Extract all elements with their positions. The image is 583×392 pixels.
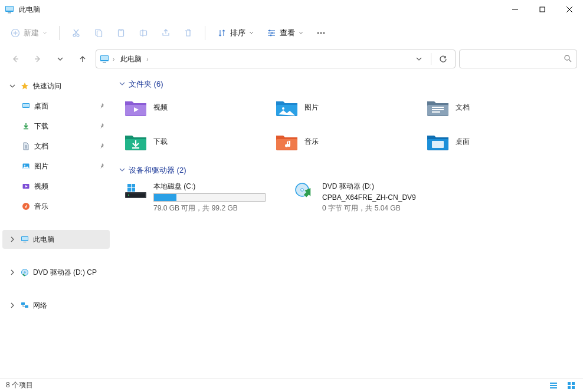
this-pc-icon [100,54,109,64]
svg-rect-53 [21,302,25,305]
chevron-right-icon[interactable] [8,302,17,308]
svg-point-70 [128,195,129,196]
chevron-right-icon[interactable]: › [113,56,114,62]
folder-label: 音乐 [304,137,319,147]
breadcrumb: 此电脑 › [118,53,407,65]
rename-button[interactable] [134,23,153,43]
sidebar-item-desktop[interactable]: 桌面 [2,97,110,116]
svg-rect-72 [132,184,135,187]
drive-usage-bar [153,193,266,202]
svg-point-25 [270,34,272,36]
svg-line-35 [569,60,571,62]
svg-rect-78 [550,385,557,386]
tiles-view-toggle[interactable] [565,380,577,391]
svg-rect-73 [127,188,131,192]
sidebar-item-network[interactable]: 网络 [2,296,110,315]
new-button[interactable]: 新建 [6,23,52,43]
window-controls [502,0,583,19]
folder-label: 视频 [153,103,168,113]
cut-button[interactable] [67,23,86,43]
picture-icon [21,162,31,171]
folder-pictures[interactable]: 图片 [275,95,422,119]
svg-point-10 [73,34,76,37]
sidebar-item-label: 视频 [34,182,48,192]
this-pc-icon [5,5,14,14]
paste-button[interactable] [112,23,130,43]
copy-button[interactable] [89,23,108,43]
status-item-count: 8 个项目 [6,380,33,390]
desktop-folder-icon [426,132,450,151]
group-header-devices[interactable]: 设备和驱动器 (2) [119,165,576,176]
recent-locations-button[interactable] [51,50,70,68]
history-dropdown-button[interactable] [411,51,427,67]
details-view-toggle[interactable] [548,380,559,391]
sidebar-item-label: 音乐 [34,202,48,212]
group-header-folders[interactable]: 文件夹 (6) [119,79,576,90]
svg-rect-81 [572,382,575,385]
sidebar-item-dvd[interactable]: DVD 驱动器 (D:) CP [2,263,110,282]
back-button[interactable] [6,50,25,68]
address-bar[interactable]: › 此电脑 › [96,50,456,68]
minimize-button[interactable] [502,0,529,19]
new-label: 新建 [24,28,39,38]
drive-d[interactable]: DVD 驱动器 (D:) CPBA_X64FRE_ZH-CN_DV9 0 字节 … [293,182,458,213]
view-button[interactable]: 查看 [262,23,308,43]
group-header-label: 文件夹 (6) [129,79,163,90]
pictures-folder-icon [275,98,299,117]
up-button[interactable] [73,50,92,68]
folder-desktop[interactable]: 桌面 [426,130,574,153]
sidebar-item-this-pc[interactable]: 此电脑 [2,230,110,249]
downloads-folder-icon [124,132,148,151]
folder-videos[interactable]: 视频 [124,95,271,119]
documents-folder-icon [426,98,450,117]
sidebar-item-label: 图片 [34,162,48,172]
folder-documents[interactable]: 文档 [426,95,574,119]
refresh-button[interactable] [435,51,451,67]
svg-rect-74 [132,188,135,192]
chevron-right-icon[interactable]: › [146,56,148,62]
folder-music[interactable]: 音乐 [275,130,422,153]
more-button[interactable] [312,23,330,43]
pin-icon [99,162,105,170]
close-button[interactable] [556,0,583,19]
chevron-down-icon [249,31,254,35]
svg-line-12 [75,29,79,34]
music-icon [21,202,31,211]
svg-rect-79 [550,387,557,388]
breadcrumb-root[interactable]: 此电脑 [118,53,144,65]
folder-grid: 视频 图片 文档 下载 [124,95,576,153]
svg-point-58 [282,107,284,110]
svg-point-52 [24,272,25,273]
svg-point-76 [301,189,304,192]
share-button[interactable] [156,23,175,43]
svg-rect-62 [432,111,440,113]
folder-label: 桌面 [456,137,470,147]
folder-downloads[interactable]: 下载 [124,130,271,153]
sidebar-item-music[interactable]: 音乐 [2,197,110,216]
nav-row: › 此电脑 › [0,47,583,71]
chevron-right-icon[interactable] [8,236,17,242]
svg-rect-80 [568,382,571,385]
dvd-drive-icon [293,182,316,200]
delete-button[interactable] [179,23,198,43]
sidebar-item-documents[interactable]: 文档 [2,137,110,156]
sidebar-item-quick-access[interactable]: 快速访问 [2,77,110,95]
sidebar-item-pictures[interactable]: 图片 [2,157,110,176]
network-icon [20,301,30,310]
svg-point-11 [77,34,79,37]
search-input[interactable] [459,50,577,68]
maximize-button[interactable] [529,0,556,19]
forward-button[interactable] [28,50,47,68]
drive-c[interactable]: 本地磁盘 (C:) 79.0 GB 可用，共 99.2 GB [124,182,289,213]
svg-line-13 [74,29,78,34]
titlebar: 此电脑 [0,0,583,19]
star-icon [20,81,30,91]
sidebar-item-videos[interactable]: 视频 [2,177,110,196]
folder-label: 下载 [153,137,168,147]
chevron-down-icon [299,31,303,35]
sidebar-item-downloads[interactable]: 下载 [2,117,110,136]
chevron-right-icon[interactable] [8,269,17,275]
sort-button[interactable]: 排序 [212,23,258,43]
svg-rect-61 [432,109,444,110]
chevron-down-icon[interactable] [8,83,17,89]
